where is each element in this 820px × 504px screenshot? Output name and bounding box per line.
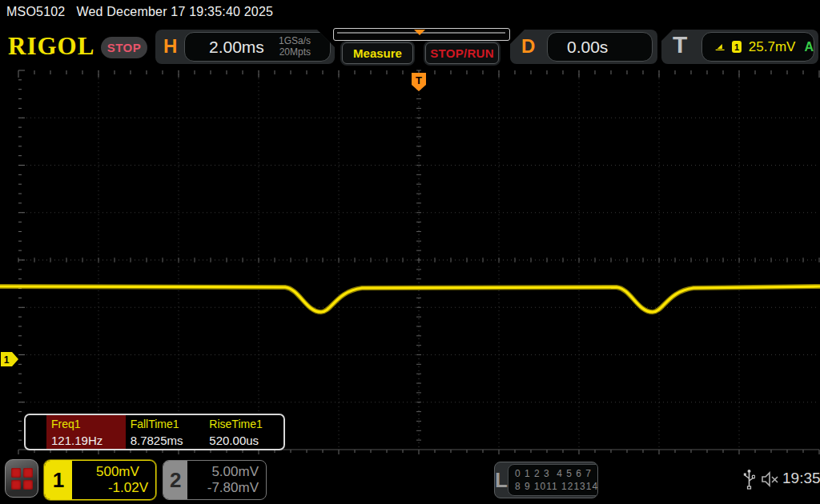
measurement-panel: Freq1 121.19Hz FallTime1 8.7825ms RiseTi…: [24, 414, 285, 450]
delay-box[interactable]: D 0.00s: [510, 30, 657, 64]
horizontal-label: H: [163, 35, 177, 58]
channel-1-scale: 500mV: [96, 464, 139, 480]
measurement-risetime1[interactable]: RiseTime1 520.00us: [204, 415, 283, 449]
measurement-falltime1[interactable]: FallTime1 8.7825ms: [126, 415, 205, 449]
delay-value: 0.00s: [567, 38, 608, 57]
channel-1-box[interactable]: 1 500mV -1.02V: [44, 460, 156, 500]
measurement-freq1[interactable]: Freq1 121.19Hz: [46, 415, 126, 449]
trigger-slope-icon: [715, 42, 725, 53]
stop-run-button[interactable]: STOP/RUN: [425, 42, 499, 64]
logic-analyzer-box[interactable]: L 0 1 2 3 4 5 6 7 8 9 1011 12131415: [494, 462, 598, 498]
apps-grid-icon: [11, 468, 33, 490]
trigger-label: T: [673, 31, 687, 58]
clock: 19:35: [782, 470, 820, 487]
function-menu-button[interactable]: [5, 459, 38, 498]
svg-text:1: 1: [4, 354, 10, 366]
waveform-display: T1: [0, 68, 820, 460]
timebase-value: 2.00ms: [209, 38, 264, 57]
usb-icon: [743, 469, 755, 490]
model-name: MSO5102: [6, 5, 65, 18]
waveform-trace-glow: [0, 286, 820, 312]
logic-analyzer-label: L: [495, 462, 508, 498]
rigol-logo: RIGOL: [8, 32, 94, 61]
trigger-box[interactable]: T 1 25.7mV A: [661, 30, 818, 64]
oscilloscope-screen: MSO5102Wed December 17 19:35:40 2025 RIG…: [0, 0, 820, 504]
trigger-level: 25.7mV: [749, 39, 796, 55]
svg-text:T: T: [416, 74, 422, 86]
trigger-mode: A: [804, 40, 814, 54]
channel-1-offset: -1.02V: [79, 480, 148, 496]
channel-1-number: 1: [45, 461, 72, 499]
channel-2-offset: -7.80mV: [195, 480, 259, 496]
top-status-bar: MSO5102Wed December 17 19:35:40 2025: [6, 5, 284, 19]
speaker-muted-icon: [761, 471, 780, 487]
channel-2-scale: 5.00mV: [211, 464, 259, 480]
waveform-overview-strip[interactable]: [333, 28, 510, 41]
measure-button[interactable]: Measure: [342, 42, 413, 64]
horizontal-timebase-box[interactable]: H 2.00ms 1GSa/s 20Mpts: [155, 30, 335, 64]
delay-label: D: [521, 35, 535, 58]
acquisition-rates: 1GSa/s 20Mpts: [279, 36, 311, 58]
digital-channel-list: 0 1 2 3 4 5 6 7 8 9 1011 12131415: [508, 464, 598, 496]
channel-2-number: 2: [163, 461, 187, 499]
run-state-indicator: STOP: [101, 37, 147, 58]
channel-2-box[interactable]: 2 5.00mV -7.80mV: [163, 460, 267, 500]
datetime: Wed December 17 19:35:40 2025: [76, 5, 273, 18]
trigger-source-badge: 1: [732, 41, 742, 53]
